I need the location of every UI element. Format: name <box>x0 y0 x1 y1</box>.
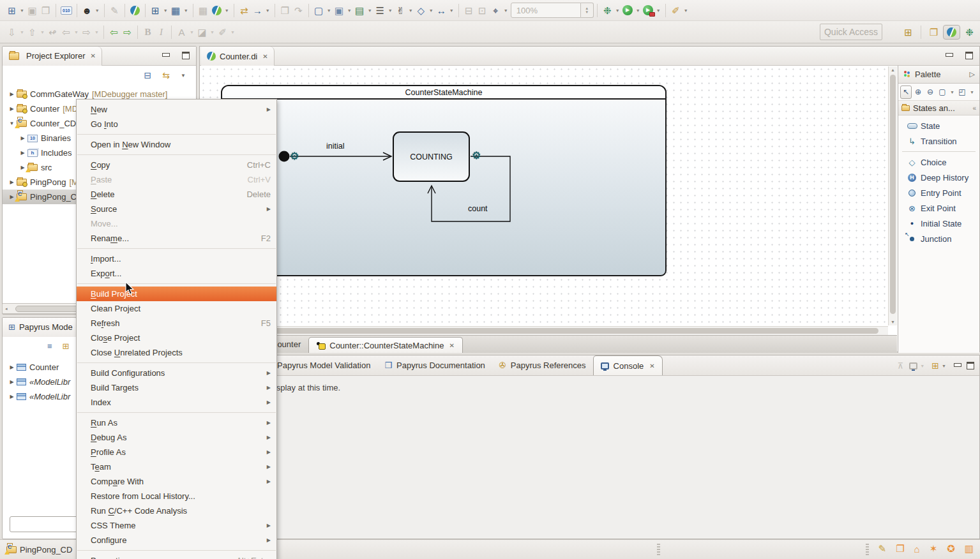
workbench-icon[interactable]: ▥ <box>965 543 974 555</box>
vertical-scrollbar[interactable]: ▲ ▼ <box>888 66 897 325</box>
menu-item-restore-from-local-history[interactable]: Restore from Local History... <box>77 489 276 503</box>
diagram-canvas[interactable]: CounterStateMachine COUNTING ⚙ ⚙ initial… <box>200 66 889 326</box>
save-button[interactable]: ▣ <box>26 3 39 18</box>
palette-item-initial-state[interactable]: ●Initial State <box>898 216 979 231</box>
scroll-left-icon[interactable]: ◂ <box>5 306 8 311</box>
project-explorer-tab[interactable]: Project Explorer ✕ <box>3 47 102 66</box>
forward-button[interactable]: ⇨ <box>80 24 93 40</box>
back-button[interactable]: ⇦ <box>59 24 73 40</box>
menu-item-configure[interactable]: Configure▶ <box>77 533 276 548</box>
menu-item-new[interactable]: New▶ <box>77 102 276 117</box>
resize-button[interactable]: ↔ <box>435 3 448 18</box>
sync-button[interactable]: ⇄ <box>237 3 251 18</box>
run-coverage-dropdown[interactable]: ▼ <box>655 3 662 18</box>
user-profile-button[interactable]: ☻ <box>80 3 94 18</box>
menu-item-source[interactable]: Source▶ <box>77 202 276 216</box>
run-button[interactable]: ▶ <box>621 3 635 18</box>
expand-arrow-icon[interactable]: ▶ <box>8 179 16 185</box>
zoom-in-tool[interactable]: ⊕ <box>912 86 924 99</box>
maximize-button[interactable] <box>965 52 973 59</box>
palette-collapse-icon[interactable]: ▷ <box>970 70 975 78</box>
zoom-spinner[interactable]: ▲▼ <box>581 3 594 18</box>
menu-item-clean-project[interactable]: Clean Project <box>77 301 276 316</box>
new-wizard-dropdown[interactable]: ▼ <box>19 3 26 18</box>
export-trace-dropdown[interactable]: ▼ <box>39 24 46 40</box>
papyrus-model-tab[interactable]: ⊞ Papyrus Mode <box>3 318 79 337</box>
statusbar-splitter[interactable] <box>866 544 869 555</box>
marker-dropdown[interactable]: ▼ <box>682 3 690 18</box>
import-trace-button[interactable]: ⇩ <box>5 24 19 40</box>
zoom-tool-dropdown[interactable]: ▼ <box>502 3 509 18</box>
fill-color-dropdown[interactable]: ▼ <box>209 24 216 40</box>
papyrus-model-button[interactable] <box>210 3 223 18</box>
menu-item-close-project[interactable]: Close Project <box>77 331 276 345</box>
open-perspective-button[interactable]: ⊞ <box>901 25 915 40</box>
editor-tab-counter-di[interactable]: Counter.di ✕ <box>201 47 275 66</box>
close-icon[interactable]: ✕ <box>649 362 654 369</box>
display-console-icon[interactable] <box>909 362 917 369</box>
palette-drawer-states[interactable]: States an... « <box>898 101 979 116</box>
menu-item-close-unrelated-projects[interactable]: Close Unrelated Projects <box>77 345 276 360</box>
menu-item-run-as[interactable]: Run As▶ <box>77 415 276 430</box>
whatsnew-icon[interactable]: ✪ <box>947 543 955 555</box>
minimize-button[interactable] <box>162 52 169 59</box>
zoom-tool-button[interactable]: ⌖ <box>489 3 502 18</box>
hand-tool-dropdown[interactable]: ▼ <box>407 3 414 18</box>
papyrus-model-dropdown[interactable]: ▼ <box>223 3 230 18</box>
italic-button[interactable]: I <box>155 24 168 40</box>
menu-item-build-targets[interactable]: Build Targets▶ <box>77 380 276 395</box>
save-all-button[interactable]: ❐ <box>39 3 52 18</box>
model-filter-input[interactable] <box>10 516 79 532</box>
undo-button[interactable]: ↷ <box>292 3 305 18</box>
drawer-pin-icon[interactable]: « <box>972 105 976 112</box>
debug-button[interactable]: ❉ <box>601 3 614 18</box>
zoom-out-gray-button[interactable]: ⊟ <box>462 3 476 18</box>
last-edit-button[interactable]: ↫ <box>46 24 59 40</box>
menu-item-copy[interactable]: CopyCtrl+C <box>77 158 276 172</box>
view-tab-papyrus-references[interactable]: ✇Papyrus References <box>492 355 593 375</box>
papyrus-button[interactable] <box>128 3 142 18</box>
scroll-up-icon[interactable]: ▲ <box>891 68 895 72</box>
state-counting[interactable]: COUNTING <box>393 131 470 182</box>
collapse-all-icon[interactable]: ⊟ <box>144 70 152 80</box>
align-dropdown[interactable]: ▼ <box>387 3 394 18</box>
menu-item-rename[interactable]: Rename...F2 <box>77 231 276 246</box>
palette-item-exit-point[interactable]: ⊗Exit Point <box>898 200 979 216</box>
list-view-icon[interactable]: ≡ <box>47 341 52 351</box>
menu-item-build-configurations[interactable]: Build Configurations▶ <box>77 366 276 380</box>
dropdown-arrow-icon[interactable]: ▼ <box>949 84 956 100</box>
line-style-button[interactable]: ✐ <box>216 24 229 40</box>
marker-button[interactable]: ✐ <box>669 3 682 18</box>
expand-arrow-icon[interactable]: ▶ <box>19 150 27 156</box>
export-trace-button[interactable]: ⇧ <box>26 24 39 40</box>
menu-item-team[interactable]: Team▶ <box>77 459 276 474</box>
minimize-button[interactable] <box>945 52 953 59</box>
menu-item-css-theme[interactable]: CSS Theme▶ <box>77 518 276 533</box>
resize-dropdown[interactable]: ▼ <box>448 3 455 18</box>
font-button[interactable]: A <box>175 24 188 40</box>
debug-perspective-button[interactable]: ❉ <box>963 25 976 40</box>
align-button[interactable]: ☰ <box>373 3 387 18</box>
view-tab-console[interactable]: Console✕ <box>593 355 663 375</box>
menu-item-properties[interactable]: PropertiesAlt+Enter <box>77 553 276 559</box>
shapes-dropdown[interactable]: ▼ <box>346 3 353 18</box>
menu-item-run-c-c-code-analysis[interactable]: Run C/C++ Code Analysis <box>77 503 276 518</box>
palette-item-junction[interactable]: Junction <box>898 231 979 246</box>
transition-initial-label[interactable]: initial <box>326 142 345 151</box>
routing-button[interactable]: ◇ <box>414 3 428 18</box>
map-icon[interactable]: ❐ <box>896 543 904 555</box>
font-dropdown[interactable]: ▼ <box>188 24 195 40</box>
fill-color-button[interactable]: ◪ <box>195 24 209 40</box>
menu-item-build-project[interactable]: Build Project <box>77 287 276 301</box>
transition-count-label[interactable]: count <box>468 204 488 213</box>
menu-item-delete[interactable]: DeleteDelete <box>77 187 276 202</box>
marquee-tool[interactable]: ▢ <box>937 86 948 99</box>
zoom-level-input[interactable]: 100% <box>511 3 581 18</box>
close-icon[interactable]: ✕ <box>90 52 95 59</box>
menu-item-go-into[interactable]: Go Into <box>77 117 276 131</box>
zoom-out-tool[interactable]: ⊖ <box>924 86 936 99</box>
zoom-in-gray-button[interactable]: ⊡ <box>476 3 489 18</box>
menu-item-import[interactable]: Import... <box>77 251 276 266</box>
open-console-icon[interactable]: ⊞ <box>931 361 939 371</box>
menu-item-refresh[interactable]: RefreshF5 <box>77 316 276 331</box>
